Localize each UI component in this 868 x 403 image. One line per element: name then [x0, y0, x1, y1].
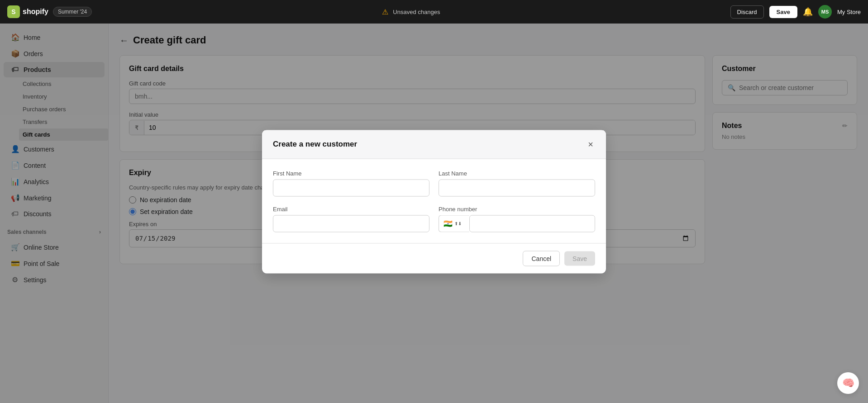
- modal-footer: Cancel Save: [262, 243, 606, 273]
- email-field: Email: [273, 205, 429, 232]
- notification-icon[interactable]: 🔔: [803, 7, 813, 17]
- ai-bubble[interactable]: 🧠: [837, 372, 859, 394]
- country-select[interactable]: 🇮🇳 ⬆⬇: [439, 215, 469, 232]
- email-label: Email: [273, 205, 429, 212]
- country-chevron-icon: ⬆⬇: [454, 221, 462, 226]
- email-input[interactable]: [273, 215, 429, 232]
- modal-close-button[interactable]: ×: [586, 139, 595, 149]
- unsaved-changes-label: Unsaved changes: [393, 9, 440, 15]
- user-avatar: MS: [818, 5, 832, 19]
- summer-badge: Summer '24: [53, 7, 92, 17]
- shopify-wordmark: shopify: [23, 8, 48, 16]
- topbar-right: Discard Save 🔔 MS My Store: [730, 5, 861, 19]
- store-name: My Store: [837, 9, 861, 15]
- save-button-top[interactable]: Save: [769, 6, 797, 18]
- shopify-logo-icon: S: [7, 5, 20, 18]
- modal-fields-grid: First Name Last Name Email Phone number …: [273, 170, 595, 232]
- topbar-left: S shopify Summer '24: [7, 5, 92, 18]
- modal-save-button[interactable]: Save: [564, 251, 595, 266]
- discard-button[interactable]: Discard: [730, 5, 764, 19]
- first-name-label: First Name: [273, 170, 429, 176]
- phone-field: Phone number 🇮🇳 ⬆⬇: [439, 205, 595, 232]
- phone-number-input[interactable]: [469, 215, 595, 232]
- modal-title: Create a new customer: [273, 140, 357, 149]
- unsaved-warning-icon: ⚠: [382, 8, 388, 16]
- phone-group: 🇮🇳 ⬆⬇: [439, 215, 595, 232]
- modal-body: First Name Last Name Email Phone number …: [262, 159, 606, 243]
- topbar: S shopify Summer '24 ⚠ Unsaved changes D…: [0, 0, 868, 24]
- country-flag: 🇮🇳: [444, 219, 453, 228]
- last-name-field: Last Name: [439, 170, 595, 196]
- cancel-button[interactable]: Cancel: [523, 251, 560, 266]
- phone-label: Phone number: [439, 205, 595, 212]
- first-name-field: First Name: [273, 170, 429, 196]
- last-name-input[interactable]: [439, 179, 595, 196]
- create-customer-modal: Create a new customer × First Name Last …: [262, 130, 606, 273]
- ai-icon: 🧠: [842, 377, 854, 389]
- modal-header: Create a new customer ×: [262, 130, 606, 159]
- first-name-input[interactable]: [273, 179, 429, 196]
- topbar-center: ⚠ Unsaved changes: [382, 8, 440, 16]
- shopify-logo: S shopify: [7, 5, 48, 18]
- last-name-label: Last Name: [439, 170, 595, 176]
